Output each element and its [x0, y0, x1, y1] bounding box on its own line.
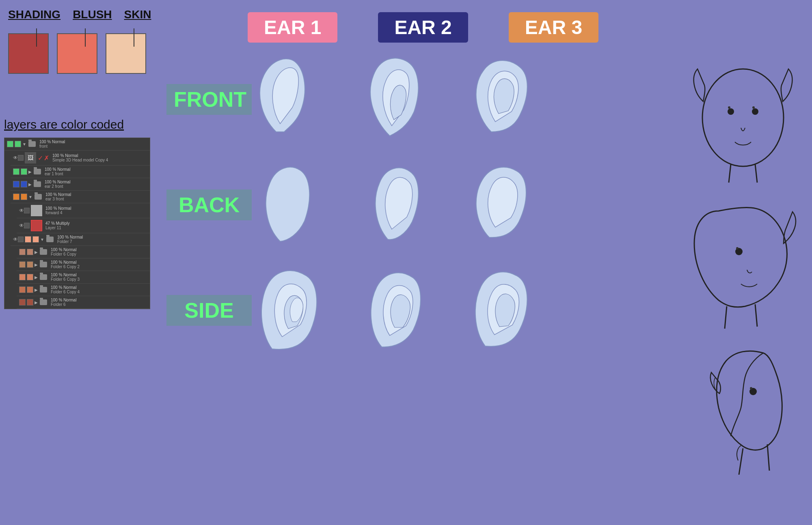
color-indicator2	[27, 249, 33, 255]
svg-point-9	[736, 247, 739, 250]
ear2-label: EAR 2	[378, 12, 468, 43]
folder-icon	[39, 260, 48, 269]
folder-icon	[46, 235, 54, 243]
swatches-row	[8, 33, 151, 74]
layer-row[interactable]: ▶ 100 % Normal Folder 6 Copy	[17, 246, 150, 258]
skin-swatch	[106, 33, 146, 74]
layer-info: 100 % Normal Folder 6 Copy 4	[51, 285, 147, 294]
color-indicator2	[15, 141, 21, 147]
svg-point-7	[752, 106, 755, 109]
blush-swatch	[57, 33, 97, 74]
ear1-front	[252, 51, 341, 148]
color-indicator	[19, 274, 26, 280]
layer-row[interactable]: 👁 100 % Normal forward 4	[17, 203, 150, 218]
layer-info: 47 % Multiply Layer 11	[45, 221, 147, 230]
color-indicator	[13, 168, 19, 175]
chevron-open: ▼	[40, 237, 44, 242]
checkbox	[18, 155, 24, 161]
layers-section: layers are color coded ▼ 100 % Normal fr…	[4, 118, 150, 309]
ear1-label: EAR 1	[248, 12, 337, 43]
chevron: ▶	[35, 250, 38, 254]
chevron: ▶	[28, 170, 32, 174]
layer-row[interactable]: ▶ 100 % Normal ear 1 front	[11, 166, 150, 178]
layer-info: 100 % Normal ear 2 front	[45, 180, 147, 189]
color-indicator2	[27, 286, 33, 293]
checkbox	[24, 223, 30, 228]
thumbnail	[31, 205, 42, 216]
ear3-label: EAR 3	[509, 12, 598, 43]
layer-info: 100 % Normal Folder 7	[57, 235, 147, 244]
layer-info: 100 % Normal Folder 6 Copy	[51, 247, 147, 256]
layer-row[interactable]: ▶ 100 % Normal Folder 6 Copy 3	[17, 271, 150, 284]
swatch-labels: SHADING BLUSH SKIN	[8, 8, 151, 21]
blush-label: BLUSH	[73, 8, 112, 21]
ear2-front	[357, 51, 447, 148]
color-indicator	[19, 286, 26, 293]
folder-icon	[39, 286, 48, 294]
color-indicator	[19, 261, 26, 268]
ear3-front	[463, 51, 552, 148]
layer-row[interactable]: 👁 ▼ 100 % Normal Folder 7	[11, 233, 150, 246]
folder-icon	[33, 168, 41, 176]
layer-row[interactable]: ▶ 100 % Normal Folder 6 Copy 4	[17, 284, 150, 296]
head-sketch-3quarter	[682, 199, 804, 333]
eye-icon: 👁	[13, 155, 18, 161]
ear2-back	[357, 156, 447, 254]
folder-icon	[28, 140, 36, 148]
layer-row[interactable]: 👁 🖼 ✓ ✗ 100 % Normal Simple 3D Head mode…	[11, 151, 150, 166]
chevron: ▶	[28, 182, 32, 187]
eye-icon: 👁	[13, 237, 18, 242]
color-indicator	[7, 141, 13, 147]
color-indicator2	[27, 299, 33, 306]
side-label: SIDE	[166, 295, 252, 326]
svg-point-5	[752, 108, 758, 115]
svg-point-6	[728, 106, 730, 109]
head-sketch-side	[682, 341, 804, 475]
ear-labels-row: EAR 1 EAR 2 EAR 3	[248, 12, 804, 43]
folder-icon	[34, 193, 42, 201]
layer-info: 100 % Normal Folder 6 Copy 3	[51, 273, 147, 282]
folder-icon	[33, 180, 41, 188]
color-indicator	[25, 236, 31, 243]
shading-label: SHADING	[8, 8, 60, 21]
layer-row[interactable]: ▶ 100 % Normal Folder 6	[17, 296, 150, 309]
folder-icon	[39, 248, 48, 256]
skin-label: SKIN	[124, 8, 151, 21]
layer-info: 100 % Normal Folder 6 Copy 2	[51, 260, 147, 269]
svg-point-11	[750, 387, 752, 389]
layer-row-multiply[interactable]: 👁 47 % Multiply Layer 11	[17, 218, 150, 233]
checkbox	[18, 237, 24, 242]
layer-row[interactable]: ▼ 100 % Normal front	[4, 138, 150, 151]
chevron: ▶	[35, 288, 38, 292]
color-indicator2	[27, 274, 33, 280]
color-indicator2	[27, 261, 33, 268]
ear3-side	[463, 262, 552, 359]
eye-icon: 👁	[19, 208, 24, 213]
layers-label: layers are color coded	[4, 118, 150, 131]
ear2-side	[357, 262, 447, 359]
color-indicator2	[21, 181, 27, 187]
ear3-back	[463, 156, 552, 254]
color-indicator2	[21, 194, 27, 200]
layer-info: 100 % Normal ear 1 front	[45, 167, 147, 176]
layer-row[interactable]: ▶ 100 % Normal Folder 6 Copy 2	[17, 258, 150, 271]
back-label: BACK	[166, 189, 252, 220]
color-indicator	[13, 181, 19, 187]
head-sketch-front	[682, 53, 804, 191]
swatches-section: SHADING BLUSH SKIN	[8, 8, 151, 74]
color-indicator	[13, 194, 19, 200]
head-sketches	[682, 53, 804, 475]
color-indicator2	[21, 168, 27, 175]
svg-point-4	[728, 108, 734, 115]
eye-icon: 👁	[19, 223, 24, 228]
chevron: ▶	[35, 300, 38, 305]
thumbnail-red	[31, 220, 42, 231]
layer-info: 100 % Normal forward 4	[45, 206, 147, 215]
layer-info: 100 % Normal Simple 3D Head model Copy 4	[52, 153, 147, 162]
folder-icon	[39, 273, 48, 281]
layers-panel: ▼ 100 % Normal front 👁 🖼 ✓ ✗ 100 % Norma…	[4, 138, 150, 309]
folder-icon	[39, 298, 48, 306]
thumbnail: 🖼	[25, 152, 36, 164]
layer-row[interactable]: ▶ 100 % Normal ear 2 front	[11, 178, 150, 191]
layer-row[interactable]: ▼ 100 % Normal ear 3 front	[11, 191, 150, 203]
